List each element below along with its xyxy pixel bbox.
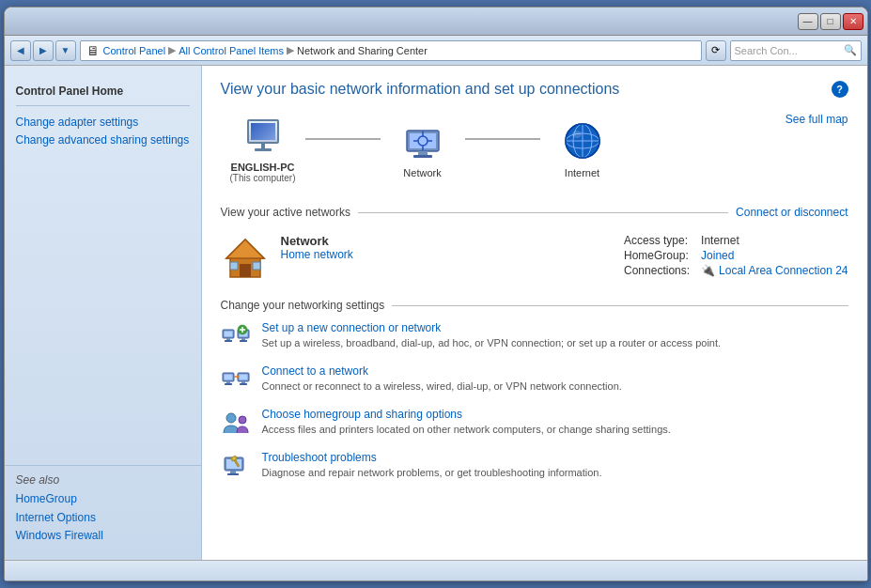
internet-label: Internet [565,167,599,178]
svg-point-15 [572,131,582,138]
home-network-icon [221,234,270,286]
connect-network-icon [221,364,251,395]
internet-icon [560,118,605,163]
setting-homegroup-content: Choose homegroup and sharing options Acc… [262,408,848,437]
connections-label: Connections: [624,264,690,277]
active-networks-divider [358,212,728,213]
network-label: Network [403,167,441,178]
svg-rect-37 [239,375,247,380]
see-also-label: See also [16,473,190,487]
computer-icon [241,113,286,158]
svg-rect-28 [240,340,247,342]
maximize-button[interactable]: □ [820,13,841,30]
svg-rect-34 [226,381,230,383]
connect-network-link[interactable]: Connect to a network [262,364,848,378]
homegroup-desc: Access files and printers located on oth… [262,424,671,435]
homegroup-value[interactable]: Joined [701,249,848,262]
breadcrumb-sep-1: ▶ [168,44,176,56]
sidebar-item-adapter[interactable]: Change adapter settings [16,114,190,132]
sidebar-windows-firewall[interactable]: Windows Firewall [16,527,190,545]
line-network-internet [465,138,540,140]
computer-node: ENGLISH-PC (This computer) [221,113,305,183]
refresh-button[interactable]: ⟳ [706,40,726,61]
svg-rect-38 [241,381,245,383]
svg-rect-39 [240,383,247,385]
breadcrumb-current: Network and Sharing Center [297,45,428,56]
page-title: View your basic network information and … [221,81,848,98]
network-type-link[interactable]: Home network [281,248,353,261]
troubleshoot-icon [221,451,251,481]
close-button[interactable]: ✕ [843,13,863,30]
network-name-type: Network Home network [281,234,353,261]
computer-sub: (This computer) [229,173,295,183]
homegroup-icon [221,408,251,438]
breadcrumb-control-panel[interactable]: Control Panel [103,45,166,56]
breadcrumb: 🖥 Control Panel ▶ All Control Panel Item… [80,40,702,61]
back-button[interactable]: ◀ [10,40,31,61]
address-bar: ◀ ▶ ▼ 🖥 Control Panel ▶ All Control Pane… [5,36,867,66]
network-icon [400,118,445,163]
svg-rect-35 [225,383,232,385]
setting-new-connection: Set up a new connection or network Set u… [221,321,848,351]
svg-rect-2 [418,151,428,155]
sidebar-divider-1 [16,105,190,106]
content-area: ? View your basic network information an… [202,66,867,560]
settings-label: Change your networking settings [221,299,385,312]
breadcrumb-all-items[interactable]: All Control Panel Items [179,45,284,56]
svg-rect-18 [240,264,251,277]
main-window: — □ ✕ ◀ ▶ ▼ 🖥 Control Panel ▶ All Contro… [4,7,868,581]
search-box[interactable]: Search Con... 🔍 [730,40,862,61]
status-bar [5,560,867,580]
setting-troubleshoot: Troubleshoot problems Diagnose and repai… [221,451,848,481]
dropdown-button[interactable]: ▼ [55,40,76,61]
setting-connect-network: Connect to a network Connect or reconnec… [221,364,848,395]
network-map: ENGLISH-PC (This computer) [221,113,848,191]
connect-disconnect-link[interactable]: Connect or disconnect [736,206,848,219]
line-computer-network [305,138,381,140]
sidebar-heading: Control Panel Home [16,85,190,98]
see-full-map-link[interactable]: See full map [785,113,848,126]
search-icon: 🔍 [844,44,857,56]
active-networks-label: View your active networks [221,206,351,219]
homegroup-options-link[interactable]: Choose homegroup and sharing options [262,408,848,421]
window-controls: — □ ✕ [798,13,863,30]
troubleshoot-link[interactable]: Troubleshoot problems [262,451,848,464]
help-button[interactable]: ? [832,81,848,98]
sidebar-bottom: See also HomeGroup Internet Options Wind… [5,465,201,552]
nav-buttons: ◀ ▶ ▼ [10,40,76,61]
sidebar-item-advanced-sharing[interactable]: Change advanced sharing settings [16,132,190,149]
settings-header: Change your networking settings [221,299,848,312]
svg-rect-22 [224,332,232,337]
sidebar-internet-options[interactable]: Internet Options [16,509,190,527]
new-connection-icon [221,321,251,351]
setting-new-connection-content: Set up a new connection or network Set u… [262,321,848,350]
search-placeholder: Search Con... [735,45,844,56]
control-panel-icon: 🖥 [86,43,100,58]
computer-label: ENGLISH-PC [231,162,295,173]
breadcrumb-sep-2: ▶ [287,44,294,56]
connections-value[interactable]: Local Area Connection 24 [719,264,848,277]
minimize-button[interactable]: — [798,13,818,30]
title-bar: — □ ✕ [5,8,867,36]
svg-point-42 [226,413,236,423]
sidebar-homegroup[interactable]: HomeGroup [16,490,190,508]
sidebar: Control Panel Home Change adapter settin… [5,66,202,560]
network-name: Network [281,234,353,248]
settings-section: Change your networking settings [221,299,848,481]
settings-divider [392,305,848,306]
svg-rect-20 [253,262,260,270]
access-type-value: Internet [701,234,848,247]
new-connection-desc: Set up a wireless, broadband, dial-up, a… [262,337,722,348]
svg-rect-27 [241,338,245,340]
network-info-left: Network Home network [221,234,606,286]
sidebar-nav: Control Panel Home Change adapter settin… [5,73,201,157]
access-type-label: Access type: [624,234,690,247]
forward-button[interactable]: ▶ [33,40,54,61]
new-connection-link[interactable]: Set up a new connection or network [262,321,848,334]
setting-connect-content: Connect to a network Connect or reconnec… [262,364,848,394]
svg-rect-19 [230,262,238,270]
connect-network-desc: Connect or reconnect to a wireless, wire… [262,380,622,392]
network-node: Network [381,118,465,178]
homegroup-label: HomeGroup: [624,249,690,262]
svg-point-43 [239,416,246,424]
